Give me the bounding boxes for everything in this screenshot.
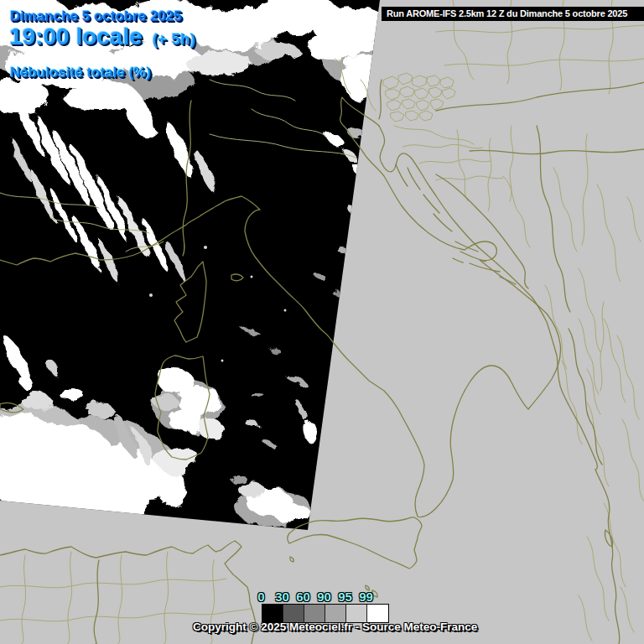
copyright-text: Copyright © 2025 Meteociel.fr - Source M… (193, 621, 475, 633)
legend-cell (325, 605, 346, 622)
legend-cell (304, 605, 325, 622)
legend-value-label: 30 (272, 589, 293, 604)
cloud-cover-legend: 0 30 60 90 95 99 (251, 589, 389, 623)
legend-value-label: 90 (314, 589, 335, 604)
legend-cell (346, 605, 367, 622)
legend-labels: 0 30 60 90 95 99 (251, 589, 389, 604)
run-info-bar: Run AROME-IFS 2.5km 12 Z du Dimanche 5 o… (382, 7, 644, 21)
legend-value-label: 60 (293, 589, 314, 604)
legend-value-label: 99 (356, 589, 377, 604)
forecast-date: Dimanche 5 octobre 2025 (10, 8, 182, 25)
forecast-time: 19:00 locale (9, 23, 143, 49)
weather-map-page: Dimanche 5 octobre 2025 19:00 locale(+ 5… (0, 0, 644, 644)
legend-cell (262, 605, 283, 622)
legend-cell (367, 605, 388, 622)
forecast-time-row: 19:00 locale(+ 5h) (9, 23, 195, 50)
legend-cell (283, 605, 304, 622)
variable-label: Nébulosité totale (%) (10, 65, 151, 81)
legend-value-label: 95 (335, 589, 356, 604)
forecast-offset: (+ 5h) (153, 30, 195, 48)
map-canvas[interactable] (0, 0, 644, 644)
legend-value-label: 0 (251, 589, 272, 604)
